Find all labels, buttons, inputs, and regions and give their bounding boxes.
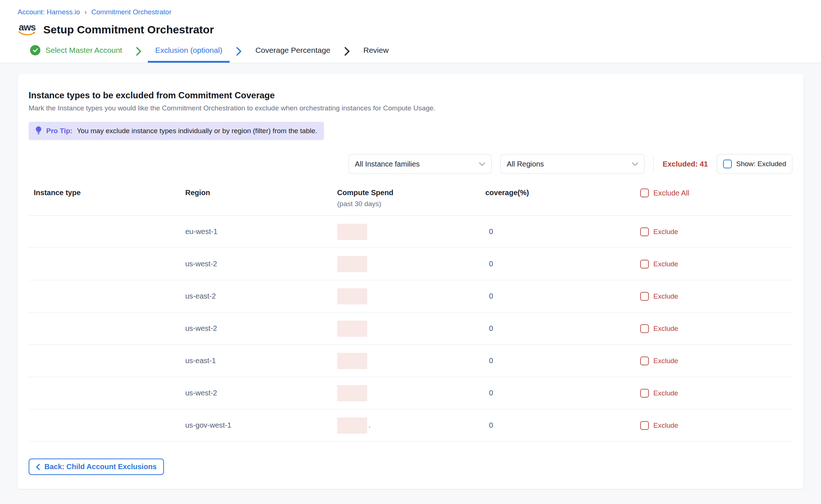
exclude-control[interactable]: Exclude: [640, 421, 792, 430]
exclude-all-label: Exclude All: [653, 189, 689, 197]
compute-spend-subtitle: (past 30 days): [337, 200, 485, 208]
region-cell: us-west-2: [185, 260, 337, 268]
exclude-label: Exclude: [653, 357, 678, 365]
exclude-control[interactable]: Exclude: [640, 389, 792, 398]
coverage-cell: 0: [485, 260, 640, 268]
exclude-checkbox[interactable]: [640, 324, 649, 333]
step-exclusion-optional[interactable]: Exclusion (optional): [148, 40, 230, 63]
chevron-right-icon: [344, 40, 350, 63]
exclude-control[interactable]: Exclude: [640, 260, 792, 269]
exclude-checkbox[interactable]: [640, 389, 649, 398]
exclude-control[interactable]: Exclude: [640, 357, 792, 365]
filters-row: All Instance families All Regions Exclud…: [29, 154, 792, 174]
coverage-cell: 0: [485, 324, 640, 333]
table-header-row: Instance type Region Compute Spend (past…: [29, 189, 792, 216]
table-row: us-east-2 0 Exclude: [29, 280, 792, 313]
exclude-label: Exclude: [653, 421, 678, 430]
redacted-compute-spend: [337, 385, 367, 401]
exclude-label: Exclude: [653, 325, 678, 333]
spend-suffix: .: [369, 421, 371, 429]
aws-logo: aws: [18, 23, 37, 36]
exclude-all-checkbox[interactable]: [640, 189, 649, 197]
filters-divider: [653, 156, 654, 172]
card-subheading: Mark the Instance types you would like t…: [29, 104, 792, 112]
excluded-count: Excluded: 41: [663, 160, 708, 168]
breadcrumb-commitment-orchestrator-link[interactable]: Commitment Orchestrator: [91, 8, 172, 16]
page-title: Setup Commitment Orchestrator: [43, 23, 214, 36]
chevron-right-icon: [236, 40, 241, 63]
exclude-control[interactable]: Exclude: [640, 227, 792, 236]
step-label: Coverage Percentage: [255, 46, 330, 55]
redacted-compute-spend: [337, 353, 367, 369]
redacted-compute-spend: [337, 417, 367, 434]
table-row: us-west-2 0 Exclude: [29, 313, 792, 345]
region-cell: us-west-2: [185, 324, 337, 333]
coverage-cell: 0: [485, 357, 640, 365]
breadcrumb: Account: Harness.io › Commitment Orchest…: [18, 8, 803, 16]
table-row: us-west-2 0 Exclude: [29, 248, 792, 280]
region-cell: us-west-2: [185, 389, 337, 397]
breadcrumb-separator-icon: ›: [84, 8, 87, 15]
region-cell: us-east-2: [185, 292, 337, 300]
aws-logo-text: aws: [19, 23, 36, 31]
region-cell: us-gov-west-1: [185, 421, 337, 430]
pro-tip-text: You may exclude instance types individua…: [77, 127, 317, 135]
exclude-checkbox[interactable]: [640, 227, 649, 236]
step-review[interactable]: Review: [356, 40, 396, 63]
page-header: Account: Harness.io › Commitment Orchest…: [0, 0, 821, 40]
table-row: us-west-2 0 Exclude: [29, 377, 792, 409]
back-child-account-exclusions-button[interactable]: Back: Child Account Exclusions: [29, 459, 164, 475]
exclude-checkbox[interactable]: [640, 421, 649, 430]
breadcrumb-account-link[interactable]: Account: Harness.io: [18, 8, 80, 16]
chevron-down-icon: [479, 162, 485, 166]
title-row: aws Setup Commitment Orchestrator: [18, 20, 803, 40]
exclude-checkbox[interactable]: [640, 260, 649, 269]
exclusion-card: Instance types to be excluded from Commi…: [18, 74, 803, 489]
exclude-control[interactable]: Exclude: [640, 324, 792, 333]
compute-spend-title: Compute Spend: [337, 189, 485, 197]
show-excluded-checkbox[interactable]: [723, 160, 732, 168]
regions-dropdown[interactable]: All Regions: [500, 154, 645, 174]
step-label: Review: [364, 46, 389, 55]
step-label: Select Master Account: [45, 46, 122, 55]
show-excluded-toggle[interactable]: Show: Excluded: [717, 154, 792, 174]
table-row: us-east-1 0 Exclude: [29, 345, 792, 377]
coverage-cell: 0: [485, 292, 640, 300]
redacted-compute-spend: [337, 256, 367, 272]
column-header-instance-type: Instance type: [29, 189, 185, 197]
pro-tip-label: Pro Tip:: [46, 127, 72, 135]
wizard-stepper: Select Master Account Exclusion (optiona…: [0, 40, 821, 63]
exclude-label: Exclude: [653, 292, 678, 300]
redacted-compute-spend: [337, 224, 367, 240]
instance-families-dropdown-value: All Instance families: [355, 160, 420, 168]
aws-smile-icon: [18, 31, 36, 36]
regions-dropdown-value: All Regions: [507, 160, 544, 168]
exclude-all-control[interactable]: Exclude All: [640, 189, 792, 197]
chevron-left-icon: [36, 464, 40, 470]
exclude-label: Exclude: [653, 389, 678, 397]
region-cell: eu-west-1: [185, 227, 337, 236]
show-excluded-label: Show: Excluded: [736, 160, 786, 168]
back-button-label: Back: Child Account Exclusions: [44, 463, 157, 471]
table-row: eu-west-1 0 Exclude: [29, 216, 792, 248]
exclude-checkbox[interactable]: [640, 357, 649, 365]
instance-types-table: Instance type Region Compute Spend (past…: [29, 189, 792, 442]
table-row: us-gov-west-1 . 0 Exclude: [29, 409, 792, 442]
step-coverage-percentage[interactable]: Coverage Percentage: [248, 40, 337, 63]
chevron-right-icon: [136, 40, 141, 63]
exclude-checkbox[interactable]: [640, 292, 649, 301]
coverage-cell: 0: [485, 389, 640, 397]
column-header-coverage: coverage(%): [485, 189, 640, 197]
instance-families-dropdown[interactable]: All Instance families: [349, 154, 492, 174]
step-select-master-account[interactable]: Select Master Account: [23, 40, 129, 63]
pro-tip-banner: Pro Tip: You may exclude instance types …: [29, 122, 324, 140]
column-header-compute-spend: Compute Spend (past 30 days): [337, 189, 485, 208]
exclude-label: Exclude: [653, 260, 678, 268]
exclude-control[interactable]: Exclude: [640, 292, 792, 301]
redacted-compute-spend: [337, 288, 367, 304]
check-circle-icon: [30, 45, 40, 55]
card-heading: Instance types to be excluded from Commi…: [29, 90, 792, 101]
chevron-down-icon: [632, 162, 638, 166]
step-label: Exclusion (optional): [155, 46, 222, 55]
column-header-region: Region: [185, 189, 337, 197]
